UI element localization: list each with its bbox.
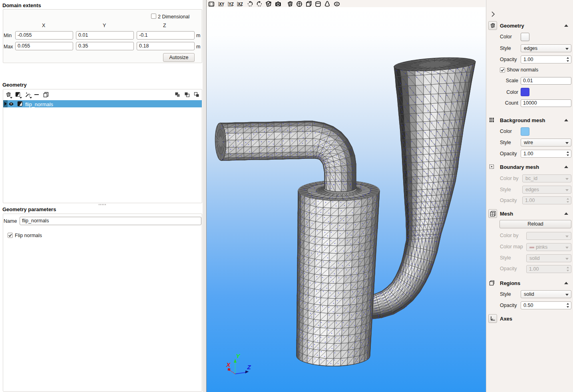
svg-text:YZ: YZ xyxy=(229,2,234,6)
svg-text:X: X xyxy=(226,361,231,368)
svg-text:Z: Z xyxy=(247,364,251,370)
svg-text:XY: XY xyxy=(219,2,224,6)
svg-text:XZ: XZ xyxy=(238,2,243,6)
